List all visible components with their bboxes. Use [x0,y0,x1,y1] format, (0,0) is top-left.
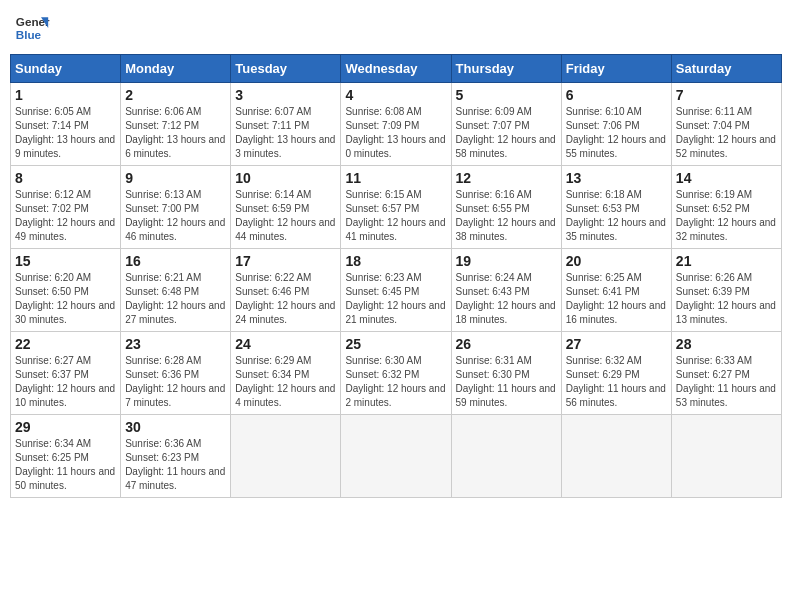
day-number: 8 [15,170,116,186]
day-number: 11 [345,170,446,186]
col-header-sunday: Sunday [11,55,121,83]
day-info: Sunrise: 6:11 AM Sunset: 7:04 PM Dayligh… [676,105,777,161]
week-row-2: 8 Sunrise: 6:12 AM Sunset: 7:02 PM Dayli… [11,166,782,249]
day-cell: 6 Sunrise: 6:10 AM Sunset: 7:06 PM Dayli… [561,83,671,166]
day-cell [451,415,561,498]
day-info: Sunrise: 6:09 AM Sunset: 7:07 PM Dayligh… [456,105,557,161]
day-info: Sunrise: 6:21 AM Sunset: 6:48 PM Dayligh… [125,271,226,327]
day-cell: 24 Sunrise: 6:29 AM Sunset: 6:34 PM Dayl… [231,332,341,415]
day-number: 21 [676,253,777,269]
day-cell: 2 Sunrise: 6:06 AM Sunset: 7:12 PM Dayli… [121,83,231,166]
day-number: 20 [566,253,667,269]
day-info: Sunrise: 6:29 AM Sunset: 6:34 PM Dayligh… [235,354,336,410]
day-info: Sunrise: 6:22 AM Sunset: 6:46 PM Dayligh… [235,271,336,327]
day-info: Sunrise: 6:36 AM Sunset: 6:23 PM Dayligh… [125,437,226,493]
day-cell: 10 Sunrise: 6:14 AM Sunset: 6:59 PM Dayl… [231,166,341,249]
col-header-thursday: Thursday [451,55,561,83]
day-number: 27 [566,336,667,352]
day-info: Sunrise: 6:32 AM Sunset: 6:29 PM Dayligh… [566,354,667,410]
day-number: 26 [456,336,557,352]
day-cell [561,415,671,498]
week-row-3: 15 Sunrise: 6:20 AM Sunset: 6:50 PM Dayl… [11,249,782,332]
day-cell: 18 Sunrise: 6:23 AM Sunset: 6:45 PM Dayl… [341,249,451,332]
day-number: 25 [345,336,446,352]
logo-icon: General Blue [14,10,50,46]
header-row: SundayMondayTuesdayWednesdayThursdayFrid… [11,55,782,83]
day-info: Sunrise: 6:24 AM Sunset: 6:43 PM Dayligh… [456,271,557,327]
day-info: Sunrise: 6:28 AM Sunset: 6:36 PM Dayligh… [125,354,226,410]
day-info: Sunrise: 6:26 AM Sunset: 6:39 PM Dayligh… [676,271,777,327]
day-number: 2 [125,87,226,103]
day-cell: 3 Sunrise: 6:07 AM Sunset: 7:11 PM Dayli… [231,83,341,166]
col-header-wednesday: Wednesday [341,55,451,83]
day-number: 5 [456,87,557,103]
day-cell: 15 Sunrise: 6:20 AM Sunset: 6:50 PM Dayl… [11,249,121,332]
day-number: 14 [676,170,777,186]
day-info: Sunrise: 6:19 AM Sunset: 6:52 PM Dayligh… [676,188,777,244]
day-info: Sunrise: 6:25 AM Sunset: 6:41 PM Dayligh… [566,271,667,327]
day-number: 22 [15,336,116,352]
day-cell: 27 Sunrise: 6:32 AM Sunset: 6:29 PM Dayl… [561,332,671,415]
day-cell: 26 Sunrise: 6:31 AM Sunset: 6:30 PM Dayl… [451,332,561,415]
day-cell [341,415,451,498]
day-cell: 20 Sunrise: 6:25 AM Sunset: 6:41 PM Dayl… [561,249,671,332]
day-info: Sunrise: 6:34 AM Sunset: 6:25 PM Dayligh… [15,437,116,493]
day-cell: 28 Sunrise: 6:33 AM Sunset: 6:27 PM Dayl… [671,332,781,415]
day-info: Sunrise: 6:20 AM Sunset: 6:50 PM Dayligh… [15,271,116,327]
day-cell: 14 Sunrise: 6:19 AM Sunset: 6:52 PM Dayl… [671,166,781,249]
day-number: 24 [235,336,336,352]
day-cell [231,415,341,498]
col-header-tuesday: Tuesday [231,55,341,83]
day-number: 15 [15,253,116,269]
day-info: Sunrise: 6:06 AM Sunset: 7:12 PM Dayligh… [125,105,226,161]
day-number: 1 [15,87,116,103]
day-number: 29 [15,419,116,435]
day-info: Sunrise: 6:08 AM Sunset: 7:09 PM Dayligh… [345,105,446,161]
day-number: 28 [676,336,777,352]
day-number: 9 [125,170,226,186]
day-info: Sunrise: 6:07 AM Sunset: 7:11 PM Dayligh… [235,105,336,161]
day-number: 7 [676,87,777,103]
day-info: Sunrise: 6:10 AM Sunset: 7:06 PM Dayligh… [566,105,667,161]
day-cell: 8 Sunrise: 6:12 AM Sunset: 7:02 PM Dayli… [11,166,121,249]
day-cell: 13 Sunrise: 6:18 AM Sunset: 6:53 PM Dayl… [561,166,671,249]
day-number: 18 [345,253,446,269]
day-info: Sunrise: 6:23 AM Sunset: 6:45 PM Dayligh… [345,271,446,327]
day-info: Sunrise: 6:18 AM Sunset: 6:53 PM Dayligh… [566,188,667,244]
day-info: Sunrise: 6:16 AM Sunset: 6:55 PM Dayligh… [456,188,557,244]
week-row-1: 1 Sunrise: 6:05 AM Sunset: 7:14 PM Dayli… [11,83,782,166]
day-info: Sunrise: 6:13 AM Sunset: 7:00 PM Dayligh… [125,188,226,244]
day-info: Sunrise: 6:05 AM Sunset: 7:14 PM Dayligh… [15,105,116,161]
day-number: 3 [235,87,336,103]
day-cell: 5 Sunrise: 6:09 AM Sunset: 7:07 PM Dayli… [451,83,561,166]
day-number: 12 [456,170,557,186]
day-cell: 1 Sunrise: 6:05 AM Sunset: 7:14 PM Dayli… [11,83,121,166]
week-row-4: 22 Sunrise: 6:27 AM Sunset: 6:37 PM Dayl… [11,332,782,415]
day-info: Sunrise: 6:33 AM Sunset: 6:27 PM Dayligh… [676,354,777,410]
day-cell: 4 Sunrise: 6:08 AM Sunset: 7:09 PM Dayli… [341,83,451,166]
day-cell: 12 Sunrise: 6:16 AM Sunset: 6:55 PM Dayl… [451,166,561,249]
day-cell: 11 Sunrise: 6:15 AM Sunset: 6:57 PM Dayl… [341,166,451,249]
logo: General Blue [14,10,50,46]
day-number: 17 [235,253,336,269]
day-cell: 23 Sunrise: 6:28 AM Sunset: 6:36 PM Dayl… [121,332,231,415]
day-number: 23 [125,336,226,352]
svg-text:Blue: Blue [16,28,42,41]
day-number: 6 [566,87,667,103]
day-number: 13 [566,170,667,186]
day-cell: 22 Sunrise: 6:27 AM Sunset: 6:37 PM Dayl… [11,332,121,415]
day-cell: 29 Sunrise: 6:34 AM Sunset: 6:25 PM Dayl… [11,415,121,498]
day-cell [671,415,781,498]
day-cell: 7 Sunrise: 6:11 AM Sunset: 7:04 PM Dayli… [671,83,781,166]
day-cell: 30 Sunrise: 6:36 AM Sunset: 6:23 PM Dayl… [121,415,231,498]
day-number: 4 [345,87,446,103]
day-info: Sunrise: 6:12 AM Sunset: 7:02 PM Dayligh… [15,188,116,244]
calendar-table: SundayMondayTuesdayWednesdayThursdayFrid… [10,54,782,498]
day-info: Sunrise: 6:30 AM Sunset: 6:32 PM Dayligh… [345,354,446,410]
col-header-saturday: Saturday [671,55,781,83]
day-number: 10 [235,170,336,186]
day-info: Sunrise: 6:27 AM Sunset: 6:37 PM Dayligh… [15,354,116,410]
week-row-5: 29 Sunrise: 6:34 AM Sunset: 6:25 PM Dayl… [11,415,782,498]
day-cell: 17 Sunrise: 6:22 AM Sunset: 6:46 PM Dayl… [231,249,341,332]
day-number: 16 [125,253,226,269]
